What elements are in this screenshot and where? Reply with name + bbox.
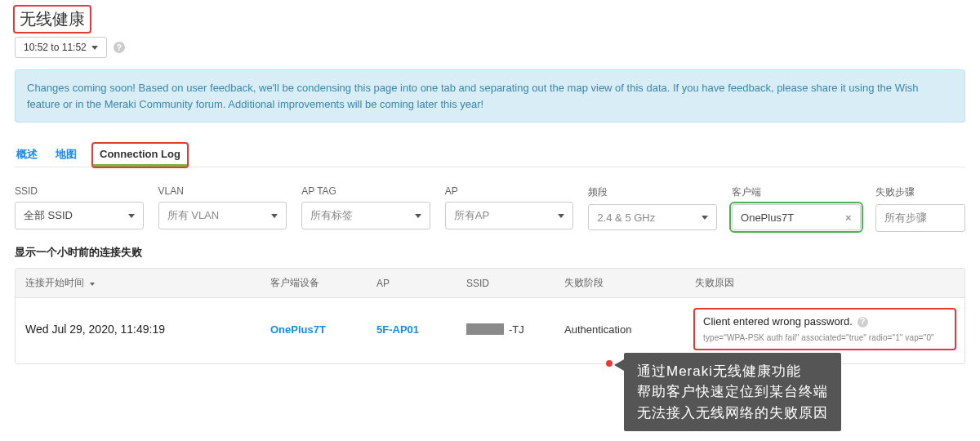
filter-band: 频段 2.4 & 5 GHz [588, 185, 717, 232]
filter-ssid-dropdown[interactable]: 全部 SSID [15, 202, 144, 229]
chevron-down-icon [128, 214, 135, 218]
chevron-down-icon [558, 214, 564, 218]
cell-stage: Authentication [564, 323, 695, 336]
filter-ap-tag-value: 所有标签 [310, 208, 353, 223]
chevron-down-icon [702, 216, 708, 220]
filters-row: SSID 全部 SSID VLAN 所有 VLAN AP TAG 所有标签 AP… [15, 185, 965, 232]
filter-step-value: 所有步骤 [884, 211, 927, 225]
filter-ap-dropdown[interactable]: 所有AP [445, 202, 574, 229]
annotation-text: 通过Meraki无线健康功能 帮助客户快速定位到某台终端 无法接入无线网络的失败… [637, 363, 828, 421]
filter-band-label: 频段 [588, 185, 717, 199]
filter-step: 失败步骤 所有步骤 [875, 185, 965, 232]
clear-icon[interactable]: × [845, 212, 852, 224]
reason-title-text: Client entered wrong password. [703, 314, 853, 329]
time-range-label: 10:52 to 11:52 [24, 42, 87, 53]
col-reason[interactable]: 失败原因 [695, 276, 955, 290]
col-ssid[interactable]: SSID [466, 278, 564, 289]
tabs: 概述 地图 Connection Log [15, 142, 965, 167]
filter-vlan-dropdown[interactable]: 所有 VLAN [158, 202, 287, 229]
filter-band-dropdown[interactable]: 2.4 & 5 GHz [588, 204, 717, 230]
filter-client-input[interactable]: OnePlus7T × [732, 204, 861, 230]
page-title: 无线健康 [15, 7, 90, 32]
tab-connection-log[interactable]: Connection Log [93, 144, 187, 167]
filter-ap-label: AP [445, 185, 574, 197]
info-banner: Changes coming soon! Based on user feedb… [15, 69, 965, 122]
chevron-down-icon [271, 214, 278, 218]
chevron-down-icon [91, 46, 98, 50]
chevron-down-icon [415, 214, 421, 218]
tab-overview[interactable]: 概述 [15, 142, 39, 167]
filter-ap-value: 所有AP [454, 208, 489, 223]
cell-client-link[interactable]: OnePlus7T [270, 323, 326, 336]
filter-vlan-label: VLAN [158, 185, 287, 197]
col-stage[interactable]: 失败阶段 [564, 276, 695, 290]
filter-ssid-label: SSID [15, 185, 144, 197]
connection-log-table: 连接开始时间 客户端设备 AP SSID 失败阶段 失败原因 Wed Jul 2… [15, 268, 965, 364]
filter-client-label: 客户端 [732, 185, 861, 199]
col-client[interactable]: 客户端设备 [270, 276, 376, 290]
sort-desc-icon [90, 283, 95, 286]
table-header: 连接开始时间 客户端设备 AP SSID 失败阶段 失败原因 [16, 269, 964, 298]
filter-ap-tag-dropdown[interactable]: 所有标签 [301, 202, 430, 229]
filter-ssid-value: 全部 SSID [24, 208, 73, 223]
results-summary: 显示一个小时前的连接失败 [15, 245, 965, 260]
tab-map[interactable]: 地图 [54, 142, 78, 167]
cell-reason: Client entered wrong password. ? type="W… [695, 310, 955, 349]
reason-title: Client entered wrong password. ? [703, 314, 947, 329]
help-icon[interactable]: ? [858, 317, 868, 327]
cell-time: Wed Jul 29, 2020, 11:49:19 [25, 323, 270, 336]
annotation-callout: 通过Meraki无线健康功能 帮助客户快速定位到某台终端 无法接入无线网络的失败… [624, 353, 841, 432]
time-selector-row: 10:52 to 11:52 ? [15, 37, 965, 58]
help-icon[interactable]: ? [114, 42, 125, 53]
filter-vlan: VLAN 所有 VLAN [158, 185, 287, 232]
filter-ssid: SSID 全部 SSID [15, 185, 144, 232]
filter-ap-tag-label: AP TAG [301, 185, 430, 197]
reason-detail: type="WPA-PSK auth fail" associated="tru… [703, 332, 947, 344]
filter-band-value: 2.4 & 5 GHz [597, 212, 655, 224]
filter-step-dropdown[interactable]: 所有步骤 [875, 204, 965, 232]
annotation-dot-icon [606, 360, 612, 367]
filter-client: 客户端 OnePlus7T × [732, 185, 861, 232]
cell-ap-link[interactable]: 5F-AP01 [376, 323, 419, 336]
time-range-dropdown[interactable]: 10:52 to 11:52 [15, 37, 107, 58]
col-time-label: 连接开始时间 [25, 277, 84, 288]
filter-client-value: OnePlus7T [741, 212, 794, 224]
filter-ap-tag: AP TAG 所有标签 [301, 185, 430, 232]
redacted-block [466, 323, 504, 335]
cell-ssid: -TJ [466, 323, 564, 336]
filter-vlan-value: 所有 VLAN [167, 208, 220, 223]
col-ap[interactable]: AP [376, 278, 466, 289]
filter-ap: AP 所有AP [445, 185, 574, 232]
filter-step-label: 失败步骤 [875, 185, 965, 199]
cell-ssid-suffix: -TJ [509, 323, 524, 336]
col-time[interactable]: 连接开始时间 [25, 276, 270, 290]
